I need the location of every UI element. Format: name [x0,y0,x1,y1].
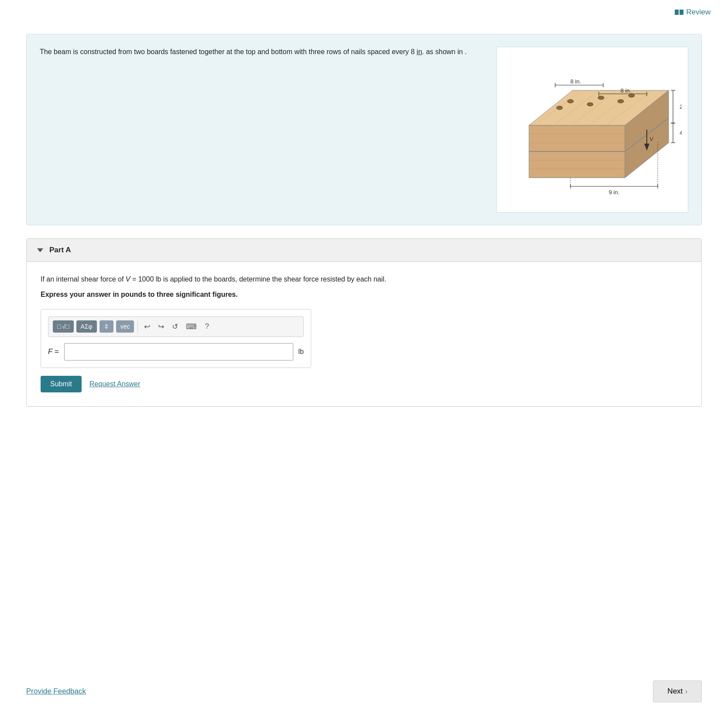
v-variable: V [126,275,130,283]
matrix-button[interactable]: □ √□ [53,320,74,333]
question-text: If an internal shear force of V = 1000 l… [41,274,687,285]
v-label: V [649,136,654,142]
answer-unit: lb [299,348,304,356]
next-button[interactable]: Next › [653,680,702,702]
problem-description: The beam is constructed from two boards … [40,48,467,55]
sqrt-icon: √□ [62,323,69,330]
vec-button[interactable]: vec [116,320,134,333]
svg-point-17 [567,100,573,103]
answer-row: F = lb [48,343,304,361]
part-a-section: Part A If an internal shear force of V =… [26,238,702,407]
arrows-icon: ⇕ [104,323,109,330]
redo-button[interactable]: ↪ [155,320,167,333]
part-a-body: If an internal shear force of V = 1000 l… [27,262,701,406]
problem-box: The beam is constructed from two boards … [26,34,702,225]
matrix-icon: □ [57,323,61,330]
instruction-text: Express your answer in pounds to three s… [41,289,687,300]
answer-label: F = [48,347,59,356]
problem-text: The beam is constructed from two boards … [40,47,488,58]
review-icon [675,10,683,15]
dim-top: 8 in. [570,78,581,85]
part-a-chevron[interactable] [37,248,43,252]
refresh-button[interactable]: ↺ [169,320,181,333]
review-label: Review [686,8,711,17]
review-link[interactable]: Review [675,8,711,17]
provide-feedback-button[interactable]: Provide Feedback [26,687,86,696]
next-chevron-icon: › [685,688,687,695]
undo-button[interactable]: ↩ [141,320,153,333]
alpha-button[interactable]: ΑΣφ [76,320,97,333]
next-label: Next [667,687,683,696]
answer-container: □ √□ ΑΣφ ⇕ vec ↩ ↪ ↺ ⌨ ? [41,309,311,368]
vec-label: vec [120,323,130,330]
top-bar: Review [0,0,728,21]
toolbar-divider [137,321,138,332]
bottom-bar: Provide Feedback Next › [0,668,728,718]
dim-right-top: 2 in. [680,103,682,110]
part-a-header: Part A [27,239,701,262]
part-a-title: Part A [49,246,71,254]
unit-lb: lb [156,275,161,283]
beam-illustration: 8 in. 8 in. 2 in. 4 in. V 9 in. [503,55,682,204]
submit-button[interactable]: Submit [41,376,82,392]
keyboard-button[interactable]: ⌨ [183,320,199,333]
dim-right-bottom: 4 in. [680,130,682,136]
submit-row: Submit Request Answer [41,376,687,392]
svg-point-18 [587,103,593,106]
request-answer-button[interactable]: Request Answer [89,380,141,388]
help-button[interactable]: ? [202,320,211,333]
dim-middle: 8 in. [621,87,632,94]
svg-point-16 [556,106,563,110]
svg-point-19 [598,96,604,100]
alpha-label: ΑΣφ [81,323,93,330]
dim-bottom: 9 in. [609,189,620,196]
arrows-button[interactable]: ⇕ [100,320,113,333]
problem-image-box: 8 in. 8 in. 2 in. 4 in. V 9 in. [496,47,688,213]
svg-point-20 [618,100,624,103]
math-toolbar: □ √□ ΑΣφ ⇕ vec ↩ ↪ ↺ ⌨ ? [48,316,304,337]
answer-input[interactable] [64,343,293,361]
svg-point-21 [628,94,635,97]
